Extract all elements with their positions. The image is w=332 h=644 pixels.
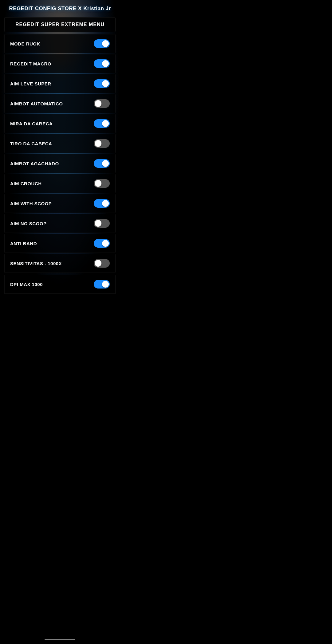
partial-toggle-label: DPI MAX 1000 (10, 282, 43, 287)
toggle-label-anti-band: ANTI BAND (10, 241, 37, 246)
toggle-label-aim-leve-super: AIM LEVE SUPER (10, 81, 51, 86)
main-content: REGEDIT CONFIG STORE X Kristian Jr REGED… (0, 0, 120, 294)
toggle-row-aimbot-auto: AIMBOT AUTOMATICO (4, 94, 116, 113)
toggle-label-aim-no-scoop: AIM NO SCOOP (10, 221, 47, 226)
toggles-list: MODE RUOKREGEDIT MACROAIM LEVE SUPERAIMB… (0, 33, 120, 274)
toggle-switch-aim-with-scoop[interactable] (94, 199, 110, 208)
toggle-knob-anti-band (102, 240, 109, 247)
toggle-knob-aim-crouch (95, 180, 101, 187)
toggle-switch-sensitivitas[interactable] (94, 259, 110, 268)
toggle-knob-mira-da-cabeca (102, 120, 109, 127)
toggle-switch-aimbot-auto[interactable] (94, 99, 110, 108)
partial-toggle-knob (102, 281, 109, 288)
partial-toggle-switch[interactable] (94, 280, 110, 289)
toggle-switch-mode-ruok[interactable] (94, 39, 110, 48)
toggle-label-aimbot-agachado: AIMBOT AGACHADO (10, 161, 59, 166)
toggle-label-mira-da-cabeca: MIRA DA CABECA (10, 121, 53, 126)
page-wrapper: REGEDIT CONFIG STORE X Kristian Jr REGED… (0, 0, 120, 294)
toggle-knob-aimbot-agachado (102, 160, 109, 167)
partial-toggle-row: DPI MAX 1000 (4, 275, 116, 294)
toggle-row-tiro-da-cabeca: TIRO DA CABECA (4, 134, 116, 153)
toggle-knob-mode-ruok (102, 40, 109, 47)
toggle-label-regedit-macro: REGEDIT MACRO (10, 61, 51, 66)
app-title: REGEDIT CONFIG STORE X Kristian Jr (9, 6, 111, 11)
toggle-knob-aim-no-scoop (95, 220, 101, 227)
toggle-switch-aimbot-agachado[interactable] (94, 159, 110, 168)
toggle-label-aimbot-auto: AIMBOT AUTOMATICO (10, 101, 63, 106)
toggle-knob-aim-leve-super (102, 80, 109, 87)
toggle-switch-aim-leve-super[interactable] (94, 79, 110, 88)
toggle-switch-regedit-macro[interactable] (94, 59, 110, 68)
toggle-label-aim-with-scoop: AIM WITH SCOOP (10, 201, 52, 206)
toggle-knob-regedit-macro (102, 60, 109, 67)
toggle-switch-aim-crouch[interactable] (94, 179, 110, 188)
header: REGEDIT CONFIG STORE X Kristian Jr (0, 0, 120, 16)
toggle-switch-anti-band[interactable] (94, 239, 110, 248)
toggle-switch-tiro-da-cabeca[interactable] (94, 139, 110, 148)
toggle-knob-tiro-da-cabeca (95, 140, 101, 147)
toggle-label-tiro-da-cabeca: TIRO DA CABECA (10, 141, 52, 146)
toggle-row-aimbot-agachado: AIMBOT AGACHADO (4, 154, 116, 173)
toggle-row-mode-ruok: MODE RUOK (4, 34, 116, 53)
toggle-knob-sensitivitas (95, 260, 101, 267)
toggle-row-aim-with-scoop: AIM WITH SCOOP (4, 194, 116, 213)
toggle-row-aim-crouch: AIM CROUCH (4, 174, 116, 193)
toggle-label-aim-crouch: AIM CROUCH (10, 181, 42, 186)
toggle-knob-aimbot-auto (95, 100, 101, 107)
toggle-row-regedit-macro: REGEDIT MACRO (4, 54, 116, 73)
toggle-row-anti-band: ANTI BAND (4, 234, 116, 253)
toggle-label-mode-ruok: MODE RUOK (10, 41, 40, 46)
toggle-switch-mira-da-cabeca[interactable] (94, 119, 110, 128)
toggle-row-mira-da-cabeca: MIRA DA CABECA (4, 114, 116, 133)
toggle-switch-aim-no-scoop[interactable] (94, 219, 110, 228)
toggle-row-aim-leve-super: AIM LEVE SUPER (4, 74, 116, 93)
toggle-row-sensitivitas: SENSITIVITAS : 1000X (4, 254, 116, 273)
toggle-knob-aim-with-scoop (102, 200, 109, 207)
toggle-label-sensitivitas: SENSITIVITAS : 1000X (10, 261, 62, 266)
menu-banner: REGEDIT SUPER EXTREME MENU (4, 17, 116, 32)
toggle-row-aim-no-scoop: AIM NO SCOOP (4, 214, 116, 233)
banner-title: REGEDIT SUPER EXTREME MENU (15, 22, 105, 27)
